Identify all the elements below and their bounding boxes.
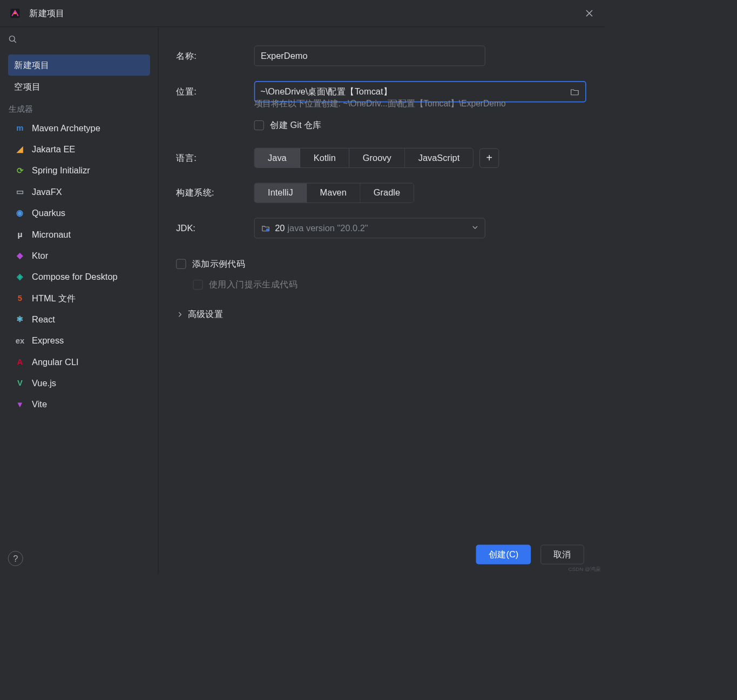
sample-hint-label: 使用入门提示生成代码 [209, 279, 297, 291]
sidebar-item-label: Spring Initializr [32, 165, 90, 176]
sidebar-generator-item[interactable]: μMicronaut [8, 224, 150, 245]
sidebar-generator-item[interactable]: ◈Compose for Desktop [8, 266, 150, 287]
git-checkbox[interactable] [254, 120, 264, 130]
language-segmented: JavaKotlinGroovyJavaScript [254, 148, 474, 168]
svg-point-2 [9, 36, 15, 42]
location-label: 位置: [176, 86, 254, 98]
sidebar-section-header: 生成器 [8, 97, 150, 118]
close-button[interactable] [583, 7, 596, 19]
build-option[interactable]: Gradle [360, 183, 413, 202]
plus-icon: + [486, 152, 492, 164]
sidebar-item-label: 新建项目 [14, 59, 50, 71]
sidebar-generator-item[interactable]: VVue.js [8, 373, 150, 394]
add-language-button[interactable]: + [479, 148, 499, 167]
build-option[interactable]: IntelliJ [255, 183, 307, 202]
app-icon [9, 7, 21, 19]
sidebar-generator-item[interactable]: ▼Vite [8, 394, 150, 415]
sidebar-item-label: Ktor [32, 251, 48, 261]
sidebar-generator-item[interactable]: mMaven Archetype [8, 117, 150, 138]
generator-icon: ⟳ [14, 165, 25, 176]
watermark: CSDN @鸿蒙 [568, 566, 600, 573]
sample-hint-checkbox [193, 280, 203, 290]
generator-icon: ◈ [14, 271, 25, 282]
language-option[interactable]: JavaScript [405, 149, 473, 167]
generator-icon: m [14, 122, 25, 133]
advanced-settings-toggle[interactable]: 高级设置 [176, 308, 586, 320]
language-option[interactable]: Kotlin [300, 149, 349, 167]
generator-icon: ▭ [14, 186, 25, 197]
sidebar-generator-item[interactable]: ◉Quarkus [8, 203, 150, 224]
build-segmented: IntelliJMavenGradle [254, 183, 414, 203]
build-option[interactable]: Maven [307, 183, 360, 202]
jdk-subtext: java version "20.0.2" [287, 223, 368, 233]
sidebar-generator-item[interactable]: exExpress [8, 330, 150, 351]
generator-icon: ◉ [14, 207, 25, 219]
sidebar-item-label: Angular CLI [32, 357, 79, 367]
search-icon [8, 35, 18, 44]
language-label: 语言: [176, 152, 254, 164]
help-button[interactable]: ? [8, 551, 23, 566]
sidebar-item-label: Quarkus [32, 208, 65, 218]
svg-point-1 [14, 12, 16, 15]
git-checkbox-label: 创建 Git 仓库 [270, 119, 322, 131]
cancel-button[interactable]: 取消 [540, 545, 584, 564]
git-checkbox-row[interactable]: 创建 Git 仓库 [254, 119, 587, 131]
language-option[interactable]: Groovy [349, 149, 405, 167]
jdk-dropdown[interactable]: 20 java version "20.0.2" [254, 218, 485, 238]
chevron-down-icon [471, 224, 478, 233]
bottom-bar: 创建(C) 取消 [176, 535, 586, 574]
sidebar-generator-item[interactable]: 5HTML 文件 [8, 287, 150, 308]
svg-point-3 [266, 228, 269, 231]
sidebar-item-label: HTML 文件 [32, 292, 76, 304]
location-input[interactable] [260, 86, 569, 97]
jdk-label: JDK: [176, 223, 254, 233]
language-option[interactable]: Java [255, 149, 301, 167]
window-title: 新建项目 [29, 8, 65, 19]
sidebar-item-label: Jakarta EE [32, 144, 75, 154]
build-label: 构建系统: [176, 187, 254, 199]
generator-icon: ex [14, 335, 25, 346]
sidebar: 新建项目 空项目 生成器 mMaven Archetype◢Jakarta EE… [0, 27, 159, 574]
jdk-icon [261, 223, 271, 233]
sidebar-item-label: Compose for Desktop [32, 272, 118, 282]
generator-icon: μ [14, 228, 25, 240]
generator-icon: ◆ [14, 250, 25, 261]
help-icon: ? [13, 554, 18, 564]
sidebar-item-label: Micronaut [32, 229, 71, 239]
generator-icon: ⚛ [14, 314, 25, 325]
jdk-value: 20 [275, 223, 285, 233]
sample-code-label: 添加示例代码 [192, 258, 245, 270]
generator-icon: ◢ [14, 144, 25, 155]
generator-icon: V [14, 378, 25, 389]
sidebar-generator-item[interactable]: ⟳Spring Initializr [8, 160, 150, 181]
create-button[interactable]: 创建(C) [476, 545, 531, 564]
sidebar-item-label: JavaFX [32, 187, 62, 197]
sidebar-generator-item[interactable]: ◢Jakarta EE [8, 139, 150, 160]
sidebar-generator-item[interactable]: ▭JavaFX [8, 181, 150, 202]
sidebar-item-label: 空项目 [14, 80, 40, 92]
generator-icon: A [14, 356, 25, 367]
sample-code-row[interactable]: 添加示例代码 [176, 258, 586, 270]
sidebar-item-label: Maven Archetype [32, 123, 100, 133]
sidebar-generator-item[interactable]: ⚛React [8, 309, 150, 330]
browse-icon[interactable] [570, 86, 580, 97]
sidebar-item-empty-project[interactable]: 空项目 [8, 76, 150, 97]
sidebar-item-label: Vue.js [32, 378, 56, 388]
advanced-settings-label: 高级设置 [188, 308, 224, 320]
name-input[interactable] [254, 45, 485, 66]
location-hint: 项目将在以下位置创建: ~\OneDriv...面\配置【Tomcat】\Exp… [254, 98, 587, 109]
sidebar-item-label: Vite [32, 399, 47, 409]
close-icon [585, 9, 593, 17]
sidebar-item-label: Express [32, 335, 64, 346]
sidebar-search[interactable] [0, 27, 158, 52]
sample-code-checkbox[interactable] [176, 259, 186, 268]
generator-icon: 5 [14, 292, 25, 304]
sidebar-item-label: React [32, 314, 55, 325]
sidebar-generator-item[interactable]: AAngular CLI [8, 351, 150, 372]
sample-hint-row: 使用入门提示生成代码 [193, 279, 587, 291]
name-label: 名称: [176, 50, 254, 62]
main-panel: 名称: 位置: 项目将在以下位置创建: ~\OneDriv...面\配置【Tom… [159, 27, 605, 574]
sidebar-item-new-project[interactable]: 新建项目 [8, 55, 150, 76]
chevron-right-icon [176, 311, 183, 318]
sidebar-generator-item[interactable]: ◆Ktor [8, 245, 150, 266]
